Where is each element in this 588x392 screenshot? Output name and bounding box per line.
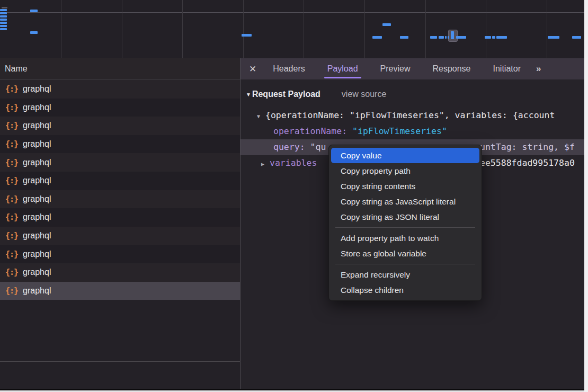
request-timing-bar[interactable] xyxy=(572,36,581,39)
property-value: "ipFlowTimeseries" xyxy=(352,126,447,136)
request-name: graphql xyxy=(23,176,51,185)
overflow-tabs-icon[interactable]: » xyxy=(536,64,540,74)
request-timing-bar[interactable] xyxy=(382,23,391,26)
request-row[interactable]: {:} graphql xyxy=(0,172,240,190)
waterfall-gridline-horizontal xyxy=(0,12,584,13)
request-timing-bar[interactable] xyxy=(445,36,447,39)
view-source-link[interactable]: view source xyxy=(342,90,386,99)
request-timing-bar[interactable] xyxy=(439,36,444,39)
json-request-icon: {:} xyxy=(5,139,18,149)
request-timing-bar[interactable] xyxy=(0,15,7,17)
json-request-icon: {:} xyxy=(5,268,18,277)
request-name: graphql xyxy=(23,103,51,112)
property-value-clipped: ee5588fdad995178a0 xyxy=(480,155,575,171)
menu-item-copy-string-as-javascript-literal[interactable]: Copy string as JavaScript literal xyxy=(331,194,479,209)
request-row[interactable]: {:} graphql xyxy=(0,153,240,172)
request-timing-bar[interactable] xyxy=(2,7,7,8)
json-request-icon: {:} xyxy=(5,212,18,222)
json-request-icon: {:} xyxy=(5,158,18,167)
tab-preview[interactable]: Preview xyxy=(374,58,417,79)
request-timing-bar[interactable] xyxy=(30,31,38,34)
waterfall-gridline xyxy=(486,0,486,58)
collapsed-arrow-icon[interactable]: ▶ xyxy=(261,156,270,172)
request-timing-bar[interactable] xyxy=(0,12,7,14)
menu-item-store-as-global-variable[interactable]: Store as global variable xyxy=(331,246,479,261)
waterfall-gridline xyxy=(182,0,183,58)
context-menu: Copy valueCopy property pathCopy string … xyxy=(328,145,482,301)
menu-item-copy-property-path[interactable]: Copy property path xyxy=(331,163,479,179)
request-timing-bar[interactable] xyxy=(400,36,408,39)
request-timing-bar[interactable] xyxy=(0,22,7,24)
devtools-network-panel: Name {:} graphql {:} graphql {:} graphql… xyxy=(0,0,588,392)
request-name: graphql xyxy=(23,286,51,296)
menu-divider xyxy=(335,264,475,264)
menu-item-copy-string-contents[interactable]: Copy string contents xyxy=(331,179,479,194)
request-row[interactable]: {:} graphql xyxy=(0,80,240,99)
request-timing-bar[interactable] xyxy=(0,19,7,21)
waterfall-gridline xyxy=(547,0,547,58)
request-row[interactable]: {:} graphql xyxy=(0,190,240,209)
request-name: graphql xyxy=(23,158,51,167)
tab-response[interactable]: Response xyxy=(426,58,477,79)
waterfall-gridline xyxy=(243,0,244,58)
request-row[interactable]: {:} graphql xyxy=(0,227,240,245)
section-expanded-icon[interactable]: ▼ xyxy=(246,92,251,97)
request-timing-bar[interactable] xyxy=(448,36,449,39)
request-row[interactable]: {:} graphql xyxy=(0,282,240,300)
json-request-icon: {:} xyxy=(5,121,18,130)
json-request-icon: {:} xyxy=(5,231,18,240)
tabs-holder: HeadersPayloadPreviewResponseInitiator xyxy=(262,58,532,79)
request-name: graphql xyxy=(23,139,51,149)
property-key: query xyxy=(273,142,300,152)
operation-name-row[interactable]: operationName: "ipFlowTimeseries" xyxy=(240,123,584,139)
request-row[interactable]: {:} graphql xyxy=(0,99,240,117)
menu-item-collapse-children[interactable]: Collapse children xyxy=(331,282,479,298)
name-column-header[interactable]: Name xyxy=(0,58,240,80)
request-timing-bar[interactable] xyxy=(372,36,382,39)
menu-item-add-property-path-to-watch[interactable]: Add property path to watch xyxy=(331,230,479,246)
menu-item-copy-value[interactable]: Copy value xyxy=(331,148,479,163)
request-timing-bar[interactable] xyxy=(0,25,7,27)
selected-request-bar[interactable] xyxy=(451,31,454,39)
request-timing-bar[interactable] xyxy=(485,36,491,39)
request-payload-section[interactable]: ▼ Request Payload view source xyxy=(240,86,386,102)
request-name: graphql xyxy=(23,194,51,204)
request-timing-bar[interactable] xyxy=(430,36,437,39)
request-timing-bar[interactable] xyxy=(548,36,559,39)
json-request-icon: {:} xyxy=(5,250,18,259)
request-timing-bar[interactable] xyxy=(492,36,495,39)
waterfall-overview[interactable] xyxy=(0,0,584,58)
request-name: graphql xyxy=(23,231,51,240)
devtools-window: Name {:} graphql {:} graphql {:} graphql… xyxy=(0,0,584,389)
tab-headers[interactable]: Headers xyxy=(266,58,311,79)
request-timing-bar[interactable] xyxy=(30,10,38,12)
json-request-icon: {:} xyxy=(5,286,18,296)
screen-edge-right xyxy=(584,0,588,392)
payload-root-row[interactable]: ▼{operationName: "ipFlowTimeseries", var… xyxy=(240,108,584,123)
tab-initiator[interactable]: Initiator xyxy=(487,58,527,79)
request-row[interactable]: {:} graphql xyxy=(0,245,240,263)
request-row[interactable]: {:} graphql xyxy=(0,117,240,135)
property-key: variables xyxy=(270,158,317,168)
property-key: operationName xyxy=(273,126,342,136)
waterfall-gridline xyxy=(364,0,365,58)
request-timing-bar[interactable] xyxy=(496,36,507,39)
request-name: graphql xyxy=(23,121,51,130)
request-row[interactable]: {:} graphql xyxy=(0,135,240,154)
request-name: graphql xyxy=(23,84,51,94)
request-timing-bar[interactable] xyxy=(0,9,7,11)
json-request-icon: {:} xyxy=(5,84,18,94)
name-column-label: Name xyxy=(0,64,28,74)
menu-item-copy-string-as-json-literal[interactable]: Copy string as JSON literal xyxy=(331,209,479,225)
expanded-arrow-icon[interactable]: ▼ xyxy=(257,109,265,124)
request-row[interactable]: {:} graphql xyxy=(0,263,240,282)
request-row[interactable]: {:} graphql xyxy=(0,208,240,227)
close-icon[interactable]: ✕ xyxy=(249,64,256,75)
waterfall-gridline xyxy=(122,0,122,58)
request-timing-bar[interactable] xyxy=(242,34,252,37)
tab-payload[interactable]: Payload xyxy=(321,58,364,79)
request-timing-bar[interactable] xyxy=(0,28,7,30)
json-request-icon: {:} xyxy=(5,103,18,112)
menu-item-expand-recursively[interactable]: Expand recursively xyxy=(331,267,479,282)
request-timing-bar[interactable] xyxy=(456,36,466,39)
